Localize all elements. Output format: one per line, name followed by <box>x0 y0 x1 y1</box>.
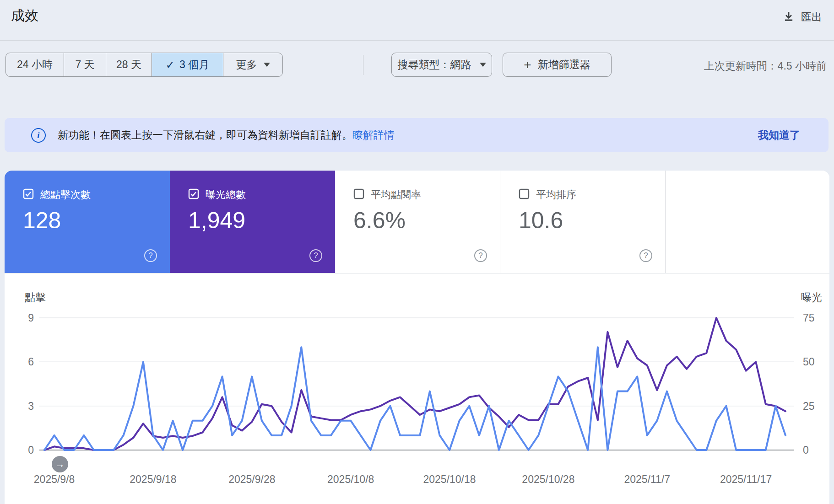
card-average-position[interactable]: 平均排序 10.6 ? <box>500 171 666 273</box>
check-icon: ✓ <box>166 59 175 71</box>
performance-chart: 00325650975點擊曝光2025/9/82025/9/182025/9/2… <box>5 273 829 504</box>
page-title: 成效 <box>11 6 38 25</box>
x-axis-tick: 2025/9/18 <box>130 473 176 485</box>
checkbox-unchecked-icon[interactable] <box>519 188 530 201</box>
card-average-ctr[interactable]: 平均點閱率 6.6% ? <box>335 171 500 273</box>
help-icon[interactable]: ? <box>309 249 322 262</box>
x-axis-tick: 2025/10/18 <box>423 473 476 485</box>
learn-more-link[interactable]: 瞭解詳情 <box>352 129 395 141</box>
right-axis-label: 曝光 <box>801 291 822 303</box>
controls-divider <box>363 55 363 75</box>
x-axis-tick: 2025/9/28 <box>228 473 275 485</box>
card-total-clicks[interactable]: 總點擊次數 128 ? <box>5 171 170 273</box>
date-range-chip-group: 24 小時 7 天 28 天 ✓ 3 個月 更多 <box>5 53 283 77</box>
chevron-down-icon <box>264 63 270 67</box>
left-axis-tick: 0 <box>28 444 34 456</box>
x-axis-tick: 2025/11/7 <box>624 473 670 485</box>
chip-7d[interactable]: 7 天 <box>64 53 106 76</box>
chevron-down-icon <box>480 63 486 67</box>
x-axis-tick: 2025/9/8 <box>34 473 75 485</box>
total-clicks-value: 128 <box>23 207 61 234</box>
banner-text: 新功能！在圖表上按一下滑鼠右鍵，即可為資料新增自訂註解。瞭解詳情 <box>58 128 395 142</box>
average-position-value: 10.6 <box>519 207 563 234</box>
checkbox-checked-icon[interactable] <box>188 188 199 201</box>
header-divider <box>0 40 834 41</box>
average-ctr-value: 6.6% <box>353 207 406 234</box>
chip-24h[interactable]: 24 小時 <box>6 53 64 76</box>
left-axis-label: 點擊 <box>24 291 46 303</box>
help-icon[interactable]: ? <box>474 249 487 262</box>
right-axis-tick: 0 <box>803 444 809 456</box>
pan-forward-button[interactable]: → <box>52 456 68 472</box>
info-icon: i <box>31 128 46 143</box>
metric-cards: 總點擊次數 128 ? 曝光總數 1,949 ? 平均點閱率 6.6% ? 平均… <box>5 171 829 273</box>
card-filler <box>666 171 829 273</box>
plus-icon: + <box>524 59 531 71</box>
chip-3months[interactable]: ✓ 3 個月 <box>152 53 223 76</box>
chip-more[interactable]: 更多 <box>223 53 282 76</box>
download-icon <box>783 11 795 24</box>
left-axis-tick: 3 <box>28 400 34 412</box>
checkbox-unchecked-icon[interactable] <box>353 188 364 201</box>
card-total-impressions[interactable]: 曝光總數 1,949 ? <box>170 171 335 273</box>
search-type-dropdown[interactable]: 搜尋類型：網路 <box>391 53 492 77</box>
x-axis-tick: 2025/10/28 <box>522 473 574 485</box>
right-axis-tick: 25 <box>803 400 815 412</box>
help-icon[interactable]: ? <box>639 249 652 262</box>
export-label: 匯出 <box>801 10 822 24</box>
x-axis-tick: 2025/10/8 <box>327 473 374 485</box>
left-axis-tick: 9 <box>28 312 34 324</box>
help-icon[interactable]: ? <box>144 249 157 262</box>
right-axis-tick: 75 <box>803 312 815 324</box>
impressions-line <box>44 318 785 450</box>
right-axis-tick: 50 <box>803 356 815 368</box>
last-updated-text: 上次更新時間：4.5 小時前 <box>704 59 827 73</box>
clicks-line <box>44 347 785 450</box>
left-axis-tick: 6 <box>28 356 34 368</box>
add-filter-button[interactable]: + 新增篩選器 <box>503 53 612 77</box>
chip-28d[interactable]: 28 天 <box>106 53 152 76</box>
checkbox-checked-icon[interactable] <box>23 188 34 201</box>
annotation-info-banner: i 新功能！在圖表上按一下滑鼠右鍵，即可為資料新增自訂註解。瞭解詳情 我知道了 <box>5 118 829 152</box>
dismiss-button[interactable]: 我知道了 <box>758 128 800 142</box>
export-button[interactable]: 匯出 <box>783 10 822 24</box>
x-axis-tick: 2025/11/17 <box>720 473 772 485</box>
total-impressions-value: 1,949 <box>188 207 245 234</box>
